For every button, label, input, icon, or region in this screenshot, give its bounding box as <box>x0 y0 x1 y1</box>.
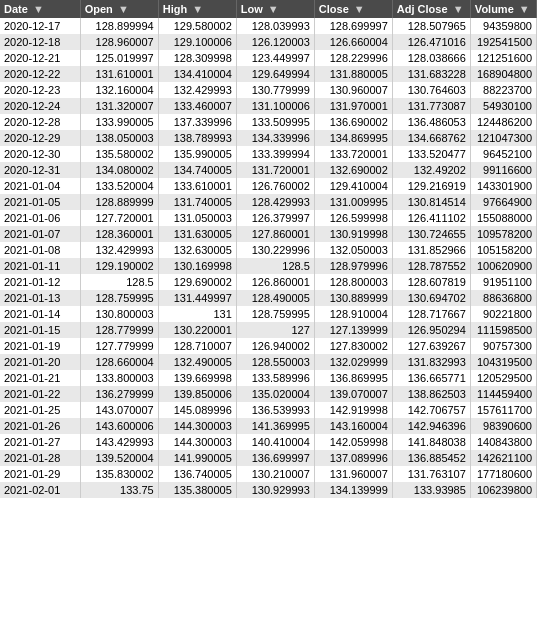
cell-adjclose: 131.832993 <box>392 354 470 370</box>
table-header-row: Date ▼ Open ▼ High ▼ Low ▼ Close ▼ Adj C… <box>0 0 537 18</box>
col-header-volume[interactable]: Volume ▼ <box>470 0 536 18</box>
cell-adjclose: 128.787552 <box>392 258 470 274</box>
table-row: 2020-12-28133.990005137.339996133.509995… <box>0 114 537 130</box>
cell-close: 133.720001 <box>314 146 392 162</box>
col-header-high[interactable]: High ▼ <box>158 0 236 18</box>
cell-close: 128.229996 <box>314 50 392 66</box>
cell-close: 131.960007 <box>314 466 392 482</box>
cell-volume: 142621100 <box>470 450 536 466</box>
cell-low: 136.539993 <box>236 402 314 418</box>
cell-low: 136.699997 <box>236 450 314 466</box>
cell-date: 2021-01-15 <box>0 322 80 338</box>
cell-volume: 177180600 <box>470 466 536 482</box>
cell-low: 135.020004 <box>236 386 314 402</box>
cell-date: 2021-01-05 <box>0 194 80 210</box>
cell-volume: 143301900 <box>470 178 536 194</box>
cell-volume: 88636800 <box>470 290 536 306</box>
table-row: 2020-12-29138.050003138.789993134.339996… <box>0 130 537 146</box>
cell-close: 128.979996 <box>314 258 392 274</box>
cell-high: 129.100006 <box>158 34 236 50</box>
cell-open: 125.019997 <box>80 50 158 66</box>
col-header-low[interactable]: Low ▼ <box>236 0 314 18</box>
cell-date: 2021-01-07 <box>0 226 80 242</box>
cell-adjclose: 127.639267 <box>392 338 470 354</box>
cell-low: 130.779999 <box>236 82 314 98</box>
cell-date: 2021-01-25 <box>0 402 80 418</box>
cell-low: 131.720001 <box>236 162 314 178</box>
cell-open: 128.889999 <box>80 194 158 210</box>
cell-low: 133.589996 <box>236 370 314 386</box>
cell-open: 132.429993 <box>80 242 158 258</box>
col-header-adjclose[interactable]: Adj Close ▼ <box>392 0 470 18</box>
table-row: 2021-01-25143.070007145.089996136.539993… <box>0 402 537 418</box>
cell-adjclose: 131.773087 <box>392 98 470 114</box>
cell-date: 2021-01-08 <box>0 242 80 258</box>
cell-close: 132.029999 <box>314 354 392 370</box>
cell-adjclose: 130.814514 <box>392 194 470 210</box>
cell-low: 128.5 <box>236 258 314 274</box>
cell-date: 2021-01-11 <box>0 258 80 274</box>
cell-high: 134.740005 <box>158 162 236 178</box>
cell-adjclose: 134.668762 <box>392 130 470 146</box>
col-header-date[interactable]: Date ▼ <box>0 0 80 18</box>
table-row: 2021-01-08132.429993132.630005130.229996… <box>0 242 537 258</box>
cell-date: 2021-01-27 <box>0 434 80 450</box>
stock-data-table: Date ▼ Open ▼ High ▼ Low ▼ Close ▼ Adj C… <box>0 0 537 498</box>
cell-close: 128.699997 <box>314 18 392 34</box>
cell-high: 136.740005 <box>158 466 236 482</box>
sort-arrow-adjclose: ▼ <box>453 3 464 15</box>
cell-open: 128.779999 <box>80 322 158 338</box>
cell-open: 129.190002 <box>80 258 158 274</box>
cell-high: 132.630005 <box>158 242 236 258</box>
cell-date: 2021-01-22 <box>0 386 80 402</box>
cell-close: 142.919998 <box>314 402 392 418</box>
cell-low: 130.229996 <box>236 242 314 258</box>
cell-open: 133.520004 <box>80 178 158 194</box>
cell-open: 131.320007 <box>80 98 158 114</box>
cell-low: 126.760002 <box>236 178 314 194</box>
cell-high: 132.429993 <box>158 82 236 98</box>
cell-open: 128.899994 <box>80 18 158 34</box>
cell-high: 135.380005 <box>158 482 236 498</box>
cell-open: 127.779999 <box>80 338 158 354</box>
table-row: 2021-01-29135.830002136.740005130.210007… <box>0 466 537 482</box>
table-row: 2021-01-12128.5129.690002126.860001128.8… <box>0 274 537 290</box>
cell-close: 127.139999 <box>314 322 392 338</box>
cell-low: 127.860001 <box>236 226 314 242</box>
cell-date: 2021-01-12 <box>0 274 80 290</box>
cell-open: 134.080002 <box>80 162 158 178</box>
cell-low: 134.339996 <box>236 130 314 146</box>
col-header-close[interactable]: Close ▼ <box>314 0 392 18</box>
cell-adjclose: 131.683228 <box>392 66 470 82</box>
cell-date: 2020-12-18 <box>0 34 80 50</box>
table-row: 2020-12-23132.160004132.429993130.779999… <box>0 82 537 98</box>
cell-close: 132.050003 <box>314 242 392 258</box>
cell-high: 138.789993 <box>158 130 236 146</box>
cell-high: 137.339996 <box>158 114 236 130</box>
cell-open: 133.75 <box>80 482 158 498</box>
cell-volume: 124486200 <box>470 114 536 130</box>
cell-high: 131 <box>158 306 236 322</box>
cell-low: 133.399994 <box>236 146 314 162</box>
cell-open: 132.160004 <box>80 82 158 98</box>
cell-open: 136.279999 <box>80 386 158 402</box>
cell-date: 2021-01-14 <box>0 306 80 322</box>
cell-low: 126.379997 <box>236 210 314 226</box>
cell-date: 2020-12-22 <box>0 66 80 82</box>
cell-open: 128.660004 <box>80 354 158 370</box>
cell-date: 2021-01-04 <box>0 178 80 194</box>
col-header-open[interactable]: Open ▼ <box>80 0 158 18</box>
table-row: 2021-01-21133.800003139.669998133.589996… <box>0 370 537 386</box>
cell-close: 128.800003 <box>314 274 392 290</box>
cell-date: 2021-01-06 <box>0 210 80 226</box>
cell-volume: 157611700 <box>470 402 536 418</box>
table-row: 2021-01-14130.800003131128.759995128.910… <box>0 306 537 322</box>
cell-high: 134.410004 <box>158 66 236 82</box>
cell-close: 130.919998 <box>314 226 392 242</box>
cell-volume: 90757300 <box>470 338 536 354</box>
cell-adjclose: 126.411102 <box>392 210 470 226</box>
cell-close: 130.889999 <box>314 290 392 306</box>
cell-low: 126.120003 <box>236 34 314 50</box>
cell-high: 129.580002 <box>158 18 236 34</box>
cell-close: 129.410004 <box>314 178 392 194</box>
